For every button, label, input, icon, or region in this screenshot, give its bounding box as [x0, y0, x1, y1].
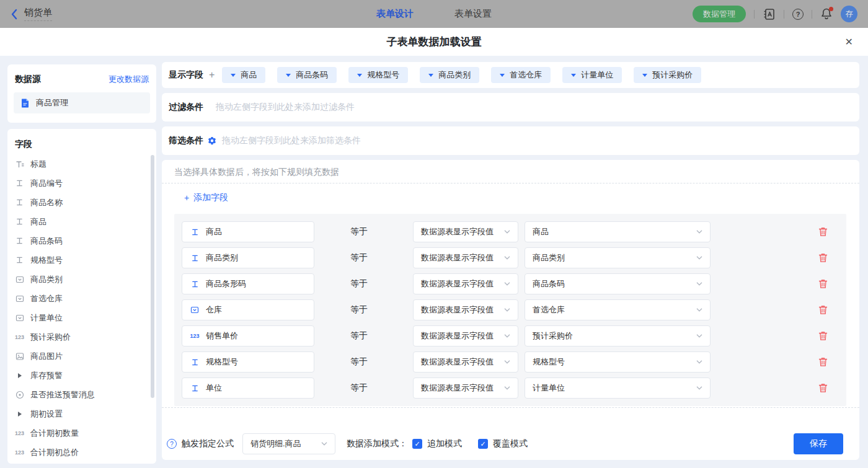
number-field-icon: 123: [14, 430, 25, 436]
source-field-select[interactable]: 预计采购价: [525, 325, 711, 347]
delete-row-icon[interactable]: [818, 383, 828, 393]
mapping-row: 仓库 等于 数据源表显示字段值 首选仓库: [182, 299, 839, 320]
field-label: 商品: [30, 216, 46, 227]
field-item[interactable]: 期初设置: [7, 404, 156, 423]
data-manage-button[interactable]: 数据管理: [693, 6, 746, 22]
delete-row-icon[interactable]: [818, 227, 828, 237]
source-field-select[interactable]: 商品类别: [525, 247, 711, 268]
field-item[interactable]: 标题: [7, 154, 156, 174]
operator-label: 等于: [350, 278, 371, 289]
add-display-field-button[interactable]: +: [209, 69, 215, 81]
field-item[interactable]: 首选仓库: [7, 289, 156, 308]
close-icon[interactable]: ✕: [845, 28, 853, 56]
gear-icon[interactable]: [208, 136, 216, 145]
append-mode-checkbox[interactable]: ✓: [412, 439, 422, 449]
target-field-box[interactable]: 商品: [182, 221, 314, 242]
field-item[interactable]: 是否推送预警消息: [7, 385, 156, 404]
address-book-icon[interactable]: [763, 8, 776, 20]
field-item[interactable]: 商品编号: [7, 174, 156, 193]
trigger-formula-label: 触发指定公式: [182, 438, 234, 449]
text-field-icon: [14, 256, 25, 264]
notification-dot: [829, 7, 833, 11]
target-field-box[interactable]: 商品条形码: [182, 273, 314, 294]
target-field-box[interactable]: 单位: [182, 377, 314, 399]
sift-condition-dropzone[interactable]: 筛选条件 拖动左侧字段到此处来添加筛选条件: [162, 126, 859, 155]
field-item[interactable]: 计量单位: [7, 308, 156, 327]
help-icon[interactable]: ?: [792, 9, 804, 20]
field-label: 商品图片: [30, 351, 63, 362]
field-label: 商品类别: [30, 274, 63, 285]
display-field-tag[interactable]: 商品: [222, 67, 265, 83]
avatar[interactable]: 存: [841, 6, 857, 22]
chevron-down-icon: [321, 442, 327, 446]
source-field-select[interactable]: 商品: [525, 221, 711, 242]
field-item[interactable]: 商品名称: [7, 193, 156, 212]
source-type-select[interactable]: 数据源表显示字段值: [413, 221, 518, 242]
scrollbar-thumb[interactable]: [151, 155, 154, 398]
add-field-button[interactable]: + 添加字段: [184, 192, 228, 203]
delete-row-icon[interactable]: [818, 331, 828, 341]
tab-form-design[interactable]: 表单设计: [376, 8, 414, 20]
datasource-item-label: 商品管理: [36, 97, 68, 108]
source-field-select[interactable]: 规格型号: [525, 351, 711, 373]
field-item[interactable]: 123 预计采购价: [7, 327, 156, 347]
help-circle-icon[interactable]: ?: [167, 439, 177, 449]
override-mode-checkbox[interactable]: ✓: [478, 439, 488, 449]
field-item[interactable]: 规格型号: [7, 250, 156, 270]
operator-label: 等于: [350, 304, 371, 316]
delete-row-icon[interactable]: [818, 357, 828, 367]
display-field-tag[interactable]: 预计采购价: [634, 67, 701, 83]
sift-placeholder: 拖动左侧字段到此处来添加筛选条件: [222, 135, 361, 146]
display-field-tag[interactable]: 商品类别: [420, 67, 479, 83]
bell-icon[interactable]: [820, 7, 833, 20]
target-field-box[interactable]: 商品类别: [182, 247, 314, 268]
source-type-select[interactable]: 数据源表显示字段值: [413, 377, 518, 399]
source-field-select[interactable]: 计量单位: [525, 377, 711, 399]
datasource-item[interactable]: 商品管理: [14, 92, 150, 113]
trigger-formula-select[interactable]: 销货明细.商品: [242, 433, 335, 454]
target-field-label: 商品条形码: [206, 278, 246, 289]
filter-condition-dropzone[interactable]: 过滤条件 拖动左侧字段到此处来添加过滤条件: [162, 93, 859, 121]
field-item[interactable]: 商品条码: [7, 231, 156, 250]
source-type-select[interactable]: 数据源表显示字段值: [413, 299, 518, 320]
target-field-label: 单位: [206, 382, 222, 394]
field-item[interactable]: 商品类别: [7, 270, 156, 289]
source-type-select[interactable]: 数据源表显示字段值: [413, 325, 518, 347]
delete-row-icon[interactable]: [818, 279, 828, 289]
display-field-tag[interactable]: 规格型号: [348, 67, 408, 83]
field-label: 商品条码: [30, 236, 63, 247]
target-field-box[interactable]: 123 销售单价: [182, 325, 314, 347]
delete-row-icon[interactable]: [818, 305, 828, 315]
chevron-down-icon: [504, 386, 510, 390]
tag-label: 商品条码: [296, 69, 328, 81]
source-field-select[interactable]: 首选仓库: [525, 299, 711, 320]
tag-label: 计量单位: [581, 69, 613, 81]
source-type-select[interactable]: 数据源表显示字段值: [413, 247, 518, 268]
rule-hint: 当选择具体数据后，将按如下规则填充数据: [162, 160, 859, 183]
target-field-box[interactable]: 规格型号: [182, 351, 314, 373]
image-field-icon: [14, 352, 25, 361]
display-field-tag[interactable]: 商品条码: [277, 67, 337, 83]
delete-row-icon[interactable]: [818, 253, 828, 263]
source-field-select[interactable]: 商品条码: [525, 273, 711, 294]
field-item[interactable]: 商品: [7, 212, 156, 231]
field-item[interactable]: 商品图片: [7, 347, 156, 366]
field-item[interactable]: 库存预警: [7, 366, 156, 385]
text-field-icon: [14, 198, 25, 206]
file-icon: [20, 99, 30, 108]
change-datasource-link[interactable]: 更改数据源: [108, 74, 149, 85]
data-add-mode-label: 数据添加模式：: [347, 438, 407, 449]
field-item[interactable]: 123 合计期初数量: [7, 423, 156, 443]
source-type-select[interactable]: 数据源表显示字段值: [413, 351, 518, 373]
operator-label: 等于: [350, 252, 371, 263]
tag-label: 首选仓库: [510, 69, 542, 81]
tab-form-settings[interactable]: 表单设置: [454, 8, 492, 20]
field-item[interactable]: 123 合计期初总价: [7, 443, 156, 462]
display-field-tag[interactable]: 首选仓库: [491, 67, 551, 83]
field-label: 库存预警: [30, 370, 63, 381]
source-type-select[interactable]: 数据源表显示字段值: [413, 273, 518, 294]
display-field-tag[interactable]: 计量单位: [562, 67, 622, 83]
target-field-box[interactable]: 仓库: [182, 299, 314, 320]
save-button[interactable]: 保存: [794, 433, 843, 454]
select-field-icon: [190, 306, 200, 314]
